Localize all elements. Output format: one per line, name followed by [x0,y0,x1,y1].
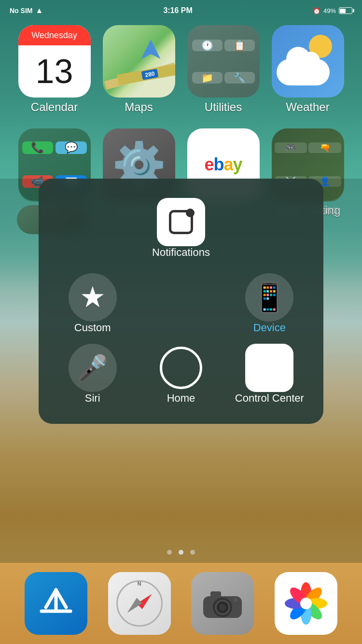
utilities-icon: 🕐 📋 📁 🔧 [187,25,260,98]
comm-msg-icon: 💬 [56,141,87,154]
carrier-text: No SIM [10,7,32,14]
popup-item-siri[interactable]: 🎤 Siri [48,339,137,409]
toggle-row-1 [252,352,286,366]
calendar-header: Wednesday [18,25,91,45]
safari-compass-ring [116,580,163,627]
photos-svg [282,579,330,628]
weather-cloud [277,59,330,85]
ebay-text: ebay [204,154,242,175]
toggle-wrap [252,352,286,383]
calendar-weekday: Wednesday [31,30,77,41]
device-label: Device [253,322,286,334]
ebay-b: b [213,154,223,174]
status-bar: No SIM ▲ 3:16 PM ⏰ 49% [0,0,362,21]
device-phone-icon: 📱 [252,281,287,314]
maps-icon: 280 [103,25,175,98]
maps-label: Maps [125,100,153,114]
dock-item-photos[interactable] [275,572,337,635]
appstore-svg-icon [37,584,75,623]
safari-dock-icon [108,572,171,635]
camera-svg [201,587,244,620]
popup-item-control-center[interactable]: Control Center [225,339,314,409]
calendar-icon: Wednesday 13 [18,25,91,98]
device-icon-wrap: 📱 [245,273,293,322]
siri-mic-icon: 🎤 [77,353,108,383]
maps-highway: 280 [117,63,175,85]
util-notes-icon: 📋 [224,40,255,51]
popup-item-home[interactable]: Home [137,339,225,409]
maps-highway-label: 280 [141,69,158,80]
home-icon-wrap [157,344,205,392]
weather-icon [272,25,344,98]
app-item-maps[interactable]: 280 Maps [99,25,179,114]
camera-dock-icon [191,572,254,635]
popup-item-custom[interactable]: ★ Custom [48,268,137,339]
custom-icon-wrap: ★ [69,273,117,322]
comm-phone-icon: 📞 [22,141,54,154]
svg-point-9 [234,598,237,602]
weather-label: Weather [286,100,329,114]
maps-bg: 280 [103,25,175,98]
control-center-icon-wrap [245,344,293,392]
game-icon-1: 🎮 [275,142,307,153]
toggle-knob-2 [275,372,283,381]
photos-petals [282,579,330,628]
status-time: 3:16 PM [163,6,192,15]
dock-item-safari[interactable] [108,572,171,635]
home-button-circle [160,347,202,389]
battery-percent: 49% [323,7,336,14]
photos-dock-icon [275,572,337,635]
app-item-calendar[interactable]: Wednesday 13 Calendar [14,25,94,114]
dock-item-appstore[interactable] [25,572,87,635]
notifications-label: Notifications [152,246,210,259]
dock-item-camera[interactable] [191,572,254,635]
notifications-icon-wrap [157,198,205,246]
control-center-label: Control Center [235,392,304,405]
siri-label: Siri [85,392,100,405]
popup-empty-center [137,268,225,339]
svg-rect-8 [210,591,221,597]
wifi-icon: ▲ [35,6,43,15]
dock [0,563,362,644]
home-label: Home [167,392,195,405]
toggle-row-2 [252,370,286,383]
ebay-e: e [204,154,213,174]
notifications-icon [162,203,200,241]
ebay-a: a [223,154,233,174]
svg-point-18 [300,598,312,609]
status-left: No SIM ▲ [10,6,43,15]
compass-needle-container [125,589,154,618]
status-right: ⏰ 49% [313,7,352,14]
util-extra1-icon: 📁 [192,72,223,84]
calendar-date: 13 [18,45,91,98]
toggle-knob-1 [255,355,264,364]
notif-square [169,210,193,234]
notif-dot [186,209,195,217]
alarm-icon: ⏰ [313,7,320,14]
appstore-dock-icon [25,572,87,635]
app-item-weather[interactable]: Weather [268,25,348,114]
calendar-label: Calendar [31,100,78,114]
svg-point-7 [219,604,226,611]
siri-icon-wrap: 🎤 [69,344,117,392]
game-icon-2: 🔫 [308,142,341,153]
maps-direction-arrow [141,40,161,59]
utilities-label: Utilities [205,100,242,114]
battery-fill [340,9,345,13]
safari-full-bg [108,572,171,635]
app-item-utilities[interactable]: 🕐 📋 📁 🔧 Utilities [183,25,263,114]
util-extra2-icon: 🔧 [224,72,255,84]
util-clock-icon: 🕐 [192,40,223,51]
ebay-y: y [233,154,242,174]
battery-bar [339,7,352,14]
popup-item-notifications[interactable]: Notifications [137,193,225,268]
assistive-touch-popup: Notifications ★ Custom 📱 Device 🎤 Siri H… [39,179,323,424]
popup-item-device[interactable]: 📱 Device [225,268,314,339]
custom-label: Custom [74,322,111,334]
custom-star-icon: ★ [80,283,106,312]
